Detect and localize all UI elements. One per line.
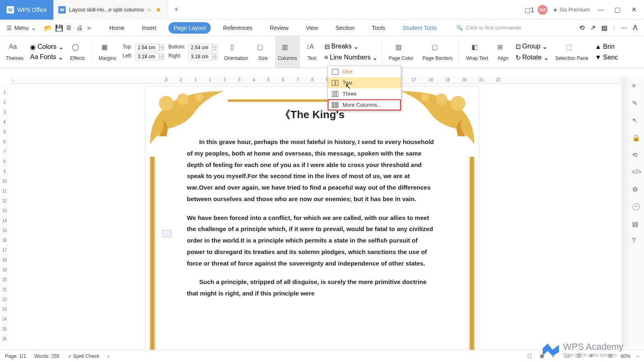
fonts-button[interactable]: AaFonts⌄ (30, 53, 63, 61)
go-premium-button[interactable]: ◈ Go Premium (553, 7, 590, 13)
margin-right-input[interactable] (189, 53, 212, 60)
more-columns-icon (332, 102, 338, 108)
breaks-button[interactable]: ⊟Breaks⌄ (324, 43, 378, 50)
ornate-right-bar (469, 157, 474, 350)
history-icon[interactable]: 🕘 (632, 203, 640, 211)
orientation-button[interactable]: ▯Orientation (221, 36, 251, 68)
page-borders-button[interactable]: ▢Page Borders (420, 36, 455, 68)
window-badge-icon[interactable]: ▢1 (524, 6, 532, 14)
document-page[interactable]: 《The King's In this grave hour, perhaps … (146, 87, 478, 350)
zoom-out-button[interactable]: − (636, 353, 639, 359)
margin-top-label: Top: (123, 44, 132, 51)
layout-side-icon[interactable]: ▤ (632, 220, 640, 228)
user-avatar[interactable]: WA (538, 5, 547, 15)
tab-page-layout[interactable]: Page Layout (168, 22, 211, 34)
maximize-button[interactable]: ▢ (612, 5, 623, 15)
command-search[interactable]: 🔍 Click to find commands (456, 25, 521, 31)
minimize-button[interactable]: — (596, 5, 606, 15)
translate-icon[interactable]: ⟲ (632, 151, 640, 159)
collapse-icon[interactable]: ≡ (632, 82, 640, 90)
new-tab-button[interactable]: + (168, 0, 184, 20)
spinner[interactable]: ▴▾ (212, 53, 217, 60)
effects-button[interactable]: ◯ Effects (68, 36, 87, 68)
margins-button[interactable]: ▦ Margins (96, 36, 119, 68)
margin-top-input[interactable] (136, 44, 159, 51)
margin-bottom-input[interactable] (189, 44, 212, 51)
tab-review[interactable]: Review (265, 22, 294, 34)
group-button[interactable]: ⊡Group⌄ (515, 43, 549, 50)
print-preview-icon[interactable]: 🗎 (66, 24, 73, 32)
send-backward-button[interactable]: ▼Senc (595, 54, 618, 61)
selection-pane-button[interactable]: ⬚Selection Pane (553, 36, 591, 68)
tab-insert[interactable]: Insert (137, 22, 161, 34)
tab-section[interactable]: Section (331, 22, 360, 34)
lock-icon[interactable]: 🔒 (632, 134, 640, 142)
margin-right-label: Right: (168, 53, 185, 60)
size-button[interactable]: ▢Size (255, 36, 271, 68)
open-icon[interactable]: 📂 (44, 24, 52, 32)
page-indicator[interactable]: Page: 1/1 (5, 353, 26, 359)
columns-option-more[interactable]: More Columns... (328, 99, 401, 110)
tab-references[interactable]: References (218, 22, 258, 34)
app-badge[interactable]: W WPS Office (0, 0, 53, 20)
code-icon[interactable]: </> (632, 168, 640, 176)
help-icon[interactable]: ? (632, 237, 640, 245)
spinner[interactable]: ▴▾ (159, 44, 164, 51)
colors-button[interactable]: ◉Colors⌄ (30, 43, 63, 51)
columns-button[interactable]: ▥Columns (275, 36, 299, 68)
word-count[interactable]: Words: 255 (34, 353, 59, 359)
save-icon[interactable]: 💾 (55, 24, 62, 32)
collapse-ribbon-icon[interactable]: ᐱ (633, 24, 637, 32)
columns-option-three[interactable]: Three (328, 88, 401, 99)
wrap-text-button[interactable]: ◧Wrap Text (464, 36, 491, 68)
titlebar: W WPS Office W Layout skill-Ho...e split… (0, 0, 644, 20)
tab-view[interactable]: View (301, 22, 323, 34)
settings-icon[interactable]: ⚙ (632, 186, 640, 194)
chevron-down-icon: ⌄ (372, 54, 377, 62)
bring-forward-button[interactable]: ▲Brin (595, 43, 618, 50)
menu-button[interactable]: ☰ Menu ⌄ (3, 23, 39, 33)
page-color-button[interactable]: ▨Page Color (386, 36, 416, 68)
tab-home[interactable]: Home (104, 22, 129, 34)
view-web-icon[interactable]: ▢ (527, 353, 534, 360)
chevron-down-icon: ⌄ (58, 53, 63, 61)
tab-tools[interactable]: Tools (367, 22, 390, 34)
more-qat-icon[interactable]: » (87, 24, 94, 32)
vertical-ruler[interactable]: 1234567891011121314151617181920212223242… (1, 86, 8, 347)
breaks-icon: ⊟ (324, 43, 330, 50)
layout-icon[interactable]: ▤ (601, 24, 607, 32)
menubar: ☰ Menu ⌄ 📂 💾 🗎 🖨 » Home Insert Page Layo… (0, 20, 644, 36)
text-direction-button[interactable]: ↕AText (304, 36, 320, 68)
select-icon[interactable]: ↖ (632, 117, 640, 125)
page-color-icon: ▨ (396, 43, 407, 55)
print-icon[interactable]: 🖨 (76, 24, 84, 32)
document-body[interactable]: In this grave hour, perhaps the most fat… (187, 136, 437, 307)
paragraph-marker-icon[interactable] (162, 230, 171, 237)
status-more[interactable]: › (108, 353, 109, 359)
svg-point-4 (436, 94, 447, 105)
themes-button[interactable]: Aa Themes (3, 36, 26, 68)
restore-icon[interactable]: ▭ (147, 7, 151, 12)
sync-icon[interactable]: ⟲ (579, 24, 584, 32)
page-borders-icon: ▢ (432, 43, 443, 55)
horizontal-ruler[interactable]: ∟ 32112345678910 171819202122 (9, 76, 625, 84)
align-icon: ⊞ (497, 43, 509, 55)
line-numbers-button[interactable]: ≡Line Numbers⌄ (324, 54, 378, 62)
margin-left-input[interactable] (136, 53, 159, 60)
orientation-icon: ▯ (230, 43, 242, 55)
more-icon[interactable]: ⋯ (621, 24, 627, 32)
spinner[interactable]: ▴▾ (212, 44, 217, 51)
columns-option-one[interactable]: One (328, 66, 401, 77)
document-tab[interactable]: W Layout skill-Ho...e split columns ▭ (53, 0, 168, 20)
align-button[interactable]: ⊞Align (495, 36, 511, 68)
columns-option-two[interactable]: Two (328, 77, 401, 88)
vertical-scrollbar[interactable] (621, 77, 627, 346)
tab-student-tools[interactable]: Student Tools (398, 22, 442, 34)
margins-icon: ▦ (101, 43, 113, 55)
spinner[interactable]: ▴▾ (159, 53, 164, 60)
rotate-button[interactable]: ↻Rotate⌄ (515, 54, 549, 62)
share-icon[interactable]: ↗ (590, 24, 596, 32)
edit-icon[interactable]: ✎ (632, 99, 640, 108)
close-button[interactable]: ✕ (628, 5, 639, 15)
spell-check-button[interactable]: ✓ Spell Check (68, 353, 99, 359)
